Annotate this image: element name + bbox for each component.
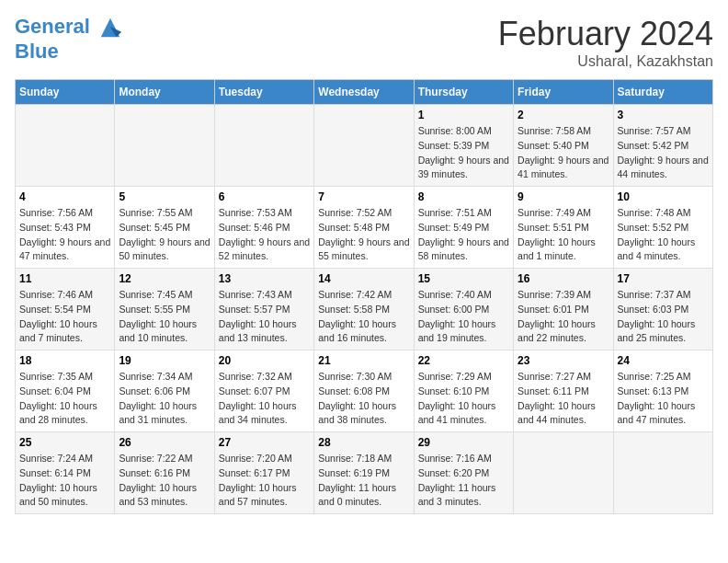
day-number: 10 [618,190,709,203]
calendar-cell: 29Sunrise: 7:16 AMSunset: 6:20 PMDayligh… [414,432,513,514]
day-detail: Sunrise: 7:58 AMSunset: 5:40 PMDaylight:… [518,124,609,182]
day-detail: Sunrise: 7:34 AMSunset: 6:06 PMDaylight:… [119,370,210,428]
day-of-week-header: Wednesday [314,80,414,105]
calendar-cell: 16Sunrise: 7:39 AMSunset: 6:01 PMDayligh… [514,269,613,350]
day-of-week-header: Monday [115,80,214,105]
calendar-cell: 11Sunrise: 7:46 AMSunset: 5:54 PMDayligh… [16,269,115,350]
logo: General Blue [15,15,123,63]
day-detail: Sunrise: 7:43 AMSunset: 5:57 PMDaylight:… [219,288,310,346]
logo-text: General [15,15,123,40]
day-detail: Sunrise: 7:37 AMSunset: 6:03 PMDaylight:… [618,288,709,346]
calendar-week-row: 4Sunrise: 7:56 AMSunset: 5:43 PMDaylight… [16,187,713,269]
day-detail: Sunrise: 7:30 AMSunset: 6:08 PMDaylight:… [318,370,409,428]
day-number: 20 [219,354,310,367]
day-number: 7 [318,190,409,203]
calendar-week-row: 11Sunrise: 7:46 AMSunset: 5:54 PMDayligh… [16,269,713,350]
day-number: 15 [418,272,509,285]
day-number: 13 [219,272,310,285]
day-detail: Sunrise: 7:52 AMSunset: 5:48 PMDaylight:… [318,206,409,264]
calendar-cell: 26Sunrise: 7:22 AMSunset: 6:16 PMDayligh… [115,432,214,514]
day-number: 6 [219,190,310,203]
calendar-table: SundayMondayTuesdayWednesdayThursdayFrid… [15,79,713,514]
calendar-cell [613,432,712,514]
calendar-cell: 25Sunrise: 7:24 AMSunset: 6:14 PMDayligh… [16,432,115,514]
day-number: 29 [418,436,509,449]
calendar-cell: 18Sunrise: 7:35 AMSunset: 6:04 PMDayligh… [16,350,115,432]
day-detail: Sunrise: 7:56 AMSunset: 5:43 PMDaylight:… [19,206,110,264]
calendar-cell: 19Sunrise: 7:34 AMSunset: 6:06 PMDayligh… [115,350,214,432]
calendar-cell [16,105,115,187]
day-number: 23 [518,354,609,367]
day-detail: Sunrise: 7:40 AMSunset: 6:00 PMDaylight:… [418,288,509,346]
page-header: General Blue February 2024 Usharal, Kaza… [15,15,713,70]
calendar-cell: 10Sunrise: 7:48 AMSunset: 5:52 PMDayligh… [613,187,712,269]
day-detail: Sunrise: 7:51 AMSunset: 5:49 PMDaylight:… [418,206,509,264]
day-number: 21 [318,354,409,367]
day-of-week-header: Friday [514,80,613,105]
day-number: 25 [19,436,110,449]
day-detail: Sunrise: 7:46 AMSunset: 5:54 PMDaylight:… [19,288,110,346]
day-number: 12 [119,272,210,285]
day-number: 17 [618,272,709,285]
day-of-week-header: Sunday [16,80,115,105]
day-number: 5 [119,190,210,203]
calendar-week-row: 18Sunrise: 7:35 AMSunset: 6:04 PMDayligh… [16,350,713,432]
calendar-cell [214,105,313,187]
day-number: 18 [19,354,110,367]
day-detail: Sunrise: 7:39 AMSunset: 6:01 PMDaylight:… [518,288,609,346]
calendar-cell [115,105,214,187]
calendar-body: 1Sunrise: 8:00 AMSunset: 5:39 PMDaylight… [16,105,713,514]
calendar-cell: 3Sunrise: 7:57 AMSunset: 5:42 PMDaylight… [613,105,712,187]
calendar-cell: 13Sunrise: 7:43 AMSunset: 5:57 PMDayligh… [214,269,313,350]
day-number: 27 [219,436,310,449]
main-title: February 2024 [498,15,713,53]
calendar-cell: 9Sunrise: 7:49 AMSunset: 5:51 PMDaylight… [514,187,613,269]
calendar-cell: 24Sunrise: 7:25 AMSunset: 6:13 PMDayligh… [613,350,712,432]
day-detail: Sunrise: 7:42 AMSunset: 5:58 PMDaylight:… [318,288,409,346]
day-number: 8 [418,190,509,203]
day-number: 16 [518,272,609,285]
day-detail: Sunrise: 7:24 AMSunset: 6:14 PMDaylight:… [19,452,110,510]
calendar-cell: 7Sunrise: 7:52 AMSunset: 5:48 PMDaylight… [314,187,414,269]
day-detail: Sunrise: 7:48 AMSunset: 5:52 PMDaylight:… [618,206,709,264]
day-detail: Sunrise: 7:18 AMSunset: 6:19 PMDaylight:… [318,452,409,510]
day-detail: Sunrise: 7:49 AMSunset: 5:51 PMDaylight:… [518,206,609,264]
calendar-cell: 22Sunrise: 7:29 AMSunset: 6:10 PMDayligh… [414,350,513,432]
day-detail: Sunrise: 7:27 AMSunset: 6:11 PMDaylight:… [518,370,609,428]
day-detail: Sunrise: 7:29 AMSunset: 6:10 PMDaylight:… [418,370,509,428]
day-detail: Sunrise: 7:22 AMSunset: 6:16 PMDaylight:… [119,452,210,510]
logo-icon [97,15,123,40]
day-detail: Sunrise: 7:16 AMSunset: 6:20 PMDaylight:… [418,452,509,510]
subtitle: Usharal, Kazakhstan [498,53,713,70]
calendar-cell: 4Sunrise: 7:56 AMSunset: 5:43 PMDaylight… [16,187,115,269]
calendar-cell: 5Sunrise: 7:55 AMSunset: 5:45 PMDaylight… [115,187,214,269]
calendar-cell: 6Sunrise: 7:53 AMSunset: 5:46 PMDaylight… [214,187,313,269]
day-detail: Sunrise: 7:57 AMSunset: 5:42 PMDaylight:… [618,124,709,182]
calendar-cell: 12Sunrise: 7:45 AMSunset: 5:55 PMDayligh… [115,269,214,350]
day-number: 2 [518,109,609,121]
day-number: 3 [618,109,709,121]
day-number: 4 [19,190,110,203]
calendar-week-row: 25Sunrise: 7:24 AMSunset: 6:14 PMDayligh… [16,432,713,514]
calendar-cell: 17Sunrise: 7:37 AMSunset: 6:03 PMDayligh… [613,269,712,350]
calendar-cell: 15Sunrise: 7:40 AMSunset: 6:00 PMDayligh… [414,269,513,350]
day-number: 28 [318,436,409,449]
day-detail: Sunrise: 7:32 AMSunset: 6:07 PMDaylight:… [219,370,310,428]
title-block: February 2024 Usharal, Kazakhstan [498,15,713,70]
day-of-week-header: Thursday [414,80,513,105]
day-number: 24 [618,354,709,367]
day-detail: Sunrise: 7:35 AMSunset: 6:04 PMDaylight:… [19,370,110,428]
day-of-week-header: Saturday [613,80,712,105]
day-detail: Sunrise: 7:45 AMSunset: 5:55 PMDaylight:… [119,288,210,346]
day-detail: Sunrise: 7:25 AMSunset: 6:13 PMDaylight:… [618,370,709,428]
calendar-cell: 28Sunrise: 7:18 AMSunset: 6:19 PMDayligh… [314,432,414,514]
calendar-cell: 2Sunrise: 7:58 AMSunset: 5:40 PMDaylight… [514,105,613,187]
day-number: 9 [518,190,609,203]
day-detail: Sunrise: 7:20 AMSunset: 6:17 PMDaylight:… [219,452,310,510]
calendar-week-row: 1Sunrise: 8:00 AMSunset: 5:39 PMDaylight… [16,105,713,187]
calendar-cell: 27Sunrise: 7:20 AMSunset: 6:17 PMDayligh… [214,432,313,514]
calendar-cell: 23Sunrise: 7:27 AMSunset: 6:11 PMDayligh… [514,350,613,432]
day-number: 11 [19,272,110,285]
day-number: 26 [119,436,210,449]
day-detail: Sunrise: 7:53 AMSunset: 5:46 PMDaylight:… [219,206,310,264]
